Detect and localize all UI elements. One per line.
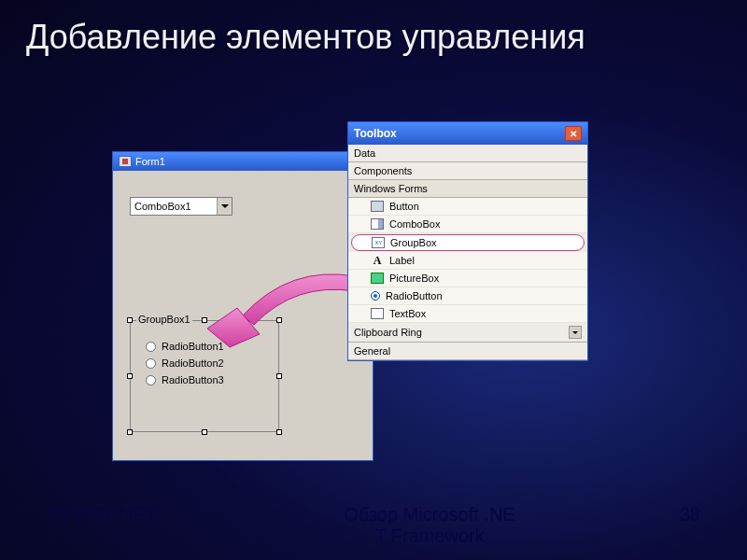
chevron-down-icon[interactable]	[217, 198, 232, 215]
toolbox-panel: Toolbox ✕ Data Components Windows Forms …	[347, 121, 588, 361]
close-icon[interactable]: ✕	[565, 126, 582, 141]
form-design-surface[interactable]: ComboBox1 GroupBox1 RadioButton1 RadioBu…	[113, 171, 373, 460]
form-titlebar[interactable]: Form1	[113, 152, 373, 171]
slide-footer: SE MSF.NET Обзор Microsoft .NE T Framewo…	[0, 504, 747, 547]
combobox-value: ComboBox1	[134, 201, 191, 212]
item-label: GroupBox	[390, 237, 437, 248]
item-label: Label	[389, 255, 415, 266]
toolbox-title: Toolbox	[354, 127, 397, 140]
footer-mid-line1: Обзор Microsoft .NE	[344, 504, 514, 525]
section-label: Components	[354, 165, 412, 176]
resize-handle[interactable]	[127, 317, 133, 323]
item-label: RadioButton	[386, 290, 443, 301]
resize-handle[interactable]	[127, 429, 133, 435]
button-icon	[371, 201, 384, 212]
footer-mid: Обзор Microsoft .NE T Framework	[233, 504, 626, 547]
resize-handle[interactable]	[276, 429, 282, 435]
toolbox-item-textbox[interactable]: TextBox	[348, 305, 587, 323]
item-label: Button	[389, 201, 419, 212]
combobox-icon	[371, 218, 384, 230]
footer-left: SE MSF.NET	[47, 504, 233, 547]
groupbox-control[interactable]: GroupBox1 RadioButton1 RadioButton2 Radi…	[130, 320, 279, 432]
item-label: TextBox	[389, 308, 426, 319]
radiobutton-control[interactable]: RadioButton2	[131, 355, 278, 371]
resize-handle[interactable]	[127, 373, 133, 379]
toolbox-item-radiobutton[interactable]: RadioButton	[348, 287, 587, 305]
radio-label: RadioButton3	[162, 374, 224, 385]
radio-icon	[146, 375, 156, 385]
item-label: PictureBox	[389, 273, 439, 284]
toolbox-item-picturebox[interactable]: PictureBox	[348, 270, 587, 287]
groupbox-label: GroupBox1	[136, 314, 192, 325]
toolbox-section-windows-forms[interactable]: Windows Forms	[348, 180, 587, 198]
toolbox-titlebar[interactable]: Toolbox ✕	[348, 122, 587, 145]
radio-label: RadioButton1	[162, 341, 224, 352]
resize-handle[interactable]	[202, 429, 207, 435]
textbox-icon	[371, 308, 384, 319]
resize-handle[interactable]	[276, 317, 282, 323]
footer-page-number: 38	[626, 504, 700, 547]
toolbox-item-combobox[interactable]: ComboBox	[348, 216, 587, 233]
chevron-down-icon[interactable]	[569, 326, 582, 339]
toolbox-section-data[interactable]: Data	[348, 145, 587, 162]
toolbox-item-groupbox[interactable]: GroupBox	[351, 234, 585, 251]
form-icon	[119, 156, 132, 167]
radio-icon	[146, 342, 156, 352]
section-label: Data	[354, 147, 375, 159]
combobox-control[interactable]: ComboBox1	[130, 197, 233, 216]
radiobutton-control[interactable]: RadioButton3	[131, 371, 278, 388]
groupbox-icon	[372, 237, 385, 248]
resize-handle[interactable]	[276, 373, 282, 379]
form-designer-window: Form1 ComboBox1 GroupBox1 RadioButton1 R…	[112, 151, 374, 461]
resize-handle[interactable]	[202, 317, 207, 323]
radiobutton-control[interactable]: RadioButton1	[131, 338, 278, 355]
footer-mid-line2: T Framework	[374, 525, 484, 546]
content-area: Form1 ComboBox1 GroupBox1 RadioButton1 R…	[112, 140, 635, 495]
radiobutton-icon	[371, 291, 380, 301]
radio-icon	[146, 358, 156, 369]
section-label: Windows Forms	[354, 183, 428, 194]
toolbox-section-general[interactable]: General	[348, 343, 587, 360]
item-label: ComboBox	[389, 218, 440, 230]
form-title: Form1	[135, 156, 165, 167]
section-label: Clipboard Ring	[354, 327, 422, 338]
picturebox-icon	[371, 273, 384, 284]
toolbox-item-button[interactable]: Button	[348, 198, 587, 216]
section-label: General	[354, 345, 390, 357]
toolbox-section-components[interactable]: Components	[348, 162, 587, 180]
toolbox-item-label[interactable]: A Label	[348, 252, 587, 270]
slide-title: Добавление элементов управления	[0, 0, 747, 63]
label-icon: A	[371, 255, 384, 266]
toolbox-section-clipboard-ring[interactable]: Clipboard Ring	[348, 323, 587, 343]
radio-label: RadioButton2	[162, 357, 224, 369]
